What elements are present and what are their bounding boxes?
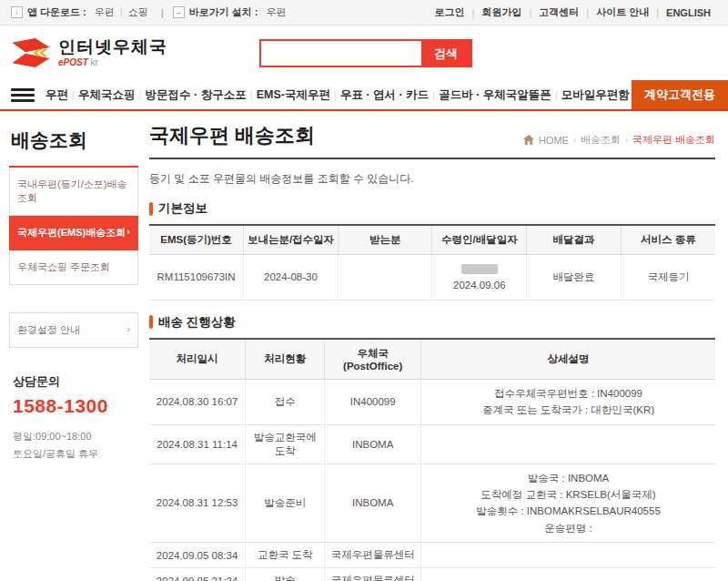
nav-item-4[interactable]: 우표 · 엽서 · 카드: [340, 87, 429, 103]
utility-link-1[interactable]: 회원가입: [481, 5, 521, 19]
column-header-2: 받는분: [338, 225, 432, 255]
epost-bird-icon: [11, 38, 51, 67]
table-row: 2024.08.31 12:53발송준비INBOMA발송국 : INBOMA도착…: [149, 464, 715, 543]
office-cell: 국제우편물류센터: [325, 543, 421, 568]
chevron-right-icon: ›: [126, 226, 130, 237]
status-cell: 접수: [246, 379, 325, 424]
office-cell: IN400099: [325, 379, 421, 424]
breadcrumb-item-2[interactable]: 국제우편 배송조회: [632, 133, 715, 147]
section-bullet-icon: [149, 202, 153, 216]
logo-subtitle: ePOST kr: [58, 57, 167, 67]
separator: |: [120, 6, 123, 17]
sidebar-item-settings[interactable]: 환경설정 안내 ›: [9, 312, 138, 348]
separator: |: [656, 7, 659, 18]
separator: |: [72, 89, 75, 100]
nav-item-3[interactable]: EMS-국제우편: [257, 87, 330, 103]
column-header-5: 서비스 종류: [621, 225, 715, 255]
chevron-right-icon: ›: [126, 323, 130, 337]
separator: |: [472, 7, 475, 18]
status-cell: 교환국 도착: [246, 543, 325, 568]
breadcrumb-item-1[interactable]: 배송조회: [581, 133, 621, 147]
datetime-cell: 2024.09.05 21:24: [149, 568, 246, 581]
settings-label: 환경설정 안내: [17, 323, 80, 337]
search-button[interactable]: 검색: [421, 41, 470, 66]
column-header-2: 우체국(PostOffice): [325, 339, 421, 380]
utility-link-4[interactable]: ENGLISH: [666, 7, 711, 18]
nav-item-2[interactable]: 방문접수 · 창구소포: [146, 87, 247, 103]
send-date-cell: 2024-08-30: [244, 255, 339, 301]
table-row: 2024.08.31 11:14발송교환국에도착INBOMA: [149, 424, 715, 464]
contact-phone: 1588-1300: [13, 395, 138, 417]
nav-item-0[interactable]: 우편: [46, 87, 68, 103]
contact-title: 상담문의: [13, 373, 138, 390]
sidebar-item-2[interactable]: 우체국쇼핑 주문조회: [9, 250, 138, 285]
detail-cell: 발송국 : INBOMA도착예정 교환국 : KRSELB(서울국제)발송횟수 …: [421, 464, 715, 543]
utility-link-0[interactable]: 로그인: [435, 5, 465, 19]
sidebar-item-1[interactable]: 국제우편(EMS)배송조회›: [9, 216, 138, 250]
delivery-date: 2024.09.06: [436, 277, 522, 293]
office-cell: INBOMA: [325, 464, 421, 543]
column-header-3: 수령인/배달일자: [432, 225, 527, 255]
service-cell: 국제등기: [621, 255, 715, 301]
receiver-cell: [338, 255, 432, 301]
utility-link-3[interactable]: 사이트 안내: [596, 5, 649, 19]
app-link-1[interactable]: 쇼핑: [128, 6, 148, 17]
column-header-0: EMS(등기)번호: [149, 225, 244, 255]
datetime-cell: 2024.08.31 12:53: [149, 464, 246, 543]
nav-item-6[interactable]: 모바일우편함: [561, 87, 630, 103]
column-header-1: 보내는분/접수일자: [244, 225, 339, 255]
breadcrumb-item-0[interactable]: HOME: [539, 135, 569, 146]
status-cell: 발송준비: [246, 464, 325, 543]
breadcrumb-separator: ›: [573, 136, 576, 145]
detail-cell: 접수우체국우편번호 : IN400099중계국 또는 도착국가 : 대한민국(K…: [421, 379, 715, 424]
page-title: 국제우편 배송조회: [149, 122, 315, 149]
column-header-4: 배달결과: [527, 225, 622, 255]
home-icon: [523, 135, 534, 145]
main-nav: 우편|우체국쇼핑|방문접수 · 창구소포|EMS-국제우편|우표 · 엽서 · …: [0, 80, 728, 111]
breadcrumb: HOME›배송조회›국제우편 배송조회: [523, 133, 715, 149]
utility-divider: |: [161, 7, 164, 18]
result-cell: 배달완료: [527, 255, 622, 301]
logo-title: 인터넷우체국: [58, 38, 167, 56]
separator: |: [432, 89, 435, 100]
progress-section-header: 배송 진행상황: [149, 314, 715, 331]
shortcut-link-mail[interactable]: 우편: [267, 5, 287, 19]
sidebar-title: 배송조회: [11, 127, 138, 153]
detail-line: 발송국 : INBOMA: [425, 470, 712, 486]
contact-info: 상담문의 1588-1300 평일:09:00~18:00 토요일/공휴일 휴무: [9, 373, 138, 462]
redacted-box: [461, 264, 498, 274]
separator: |: [334, 89, 337, 100]
detail-cell: [421, 424, 715, 464]
breadcrumb-separator: ›: [625, 136, 628, 145]
detail-line: 중계국 또는 도착국가 : 대한민국(KR): [425, 402, 712, 418]
column-header-1: 처리현황: [246, 339, 325, 380]
datetime-cell: 2024.09.05 08:34: [149, 543, 246, 568]
datetime-cell: 2024.08.31 11:14: [149, 424, 246, 464]
separator: |: [529, 7, 531, 18]
utility-link-2[interactable]: 고객센터: [539, 5, 579, 19]
detail-line: 발송횟수 : INBOMAKRSELBAUR40555: [425, 503, 712, 519]
separator: |: [139, 89, 142, 100]
status-cell: 발송: [246, 568, 325, 581]
status-cell: 발송교환국에도착: [246, 424, 325, 464]
sidebar-item-0[interactable]: 국내우편(등기/소포)배송조회: [9, 168, 138, 216]
shortcut-icon: →: [173, 6, 185, 18]
separator: |: [555, 89, 558, 100]
app-download-label: 앱 다운로드 :: [27, 5, 86, 19]
detail-line: 접수우체국우편번호 : IN400099: [425, 385, 712, 402]
nav-item-1[interactable]: 우체국쇼핑: [78, 87, 136, 103]
separator: |: [250, 89, 253, 100]
nav-item-5[interactable]: 골드바 · 우체국알뜰폰: [439, 87, 551, 103]
column-header-0: 처리일시: [149, 339, 246, 380]
site-header: 인터넷우체국 ePOST kr 검색: [0, 25, 728, 80]
search-box: 검색: [259, 39, 472, 67]
recipient-cell: 2024.09.06: [432, 255, 527, 301]
hamburger-menu-icon[interactable]: [11, 80, 35, 109]
epost-logo[interactable]: 인터넷우체국 ePOST kr: [11, 38, 167, 67]
office-cell: INBOMA: [325, 424, 421, 464]
app-link-0[interactable]: 우편: [95, 6, 115, 17]
section-bullet-icon: [149, 315, 153, 329]
search-input[interactable]: [261, 41, 421, 66]
contract-customer-button[interactable]: 계약고객전용: [632, 80, 728, 109]
detail-line: 운송편명 :: [425, 520, 712, 536]
